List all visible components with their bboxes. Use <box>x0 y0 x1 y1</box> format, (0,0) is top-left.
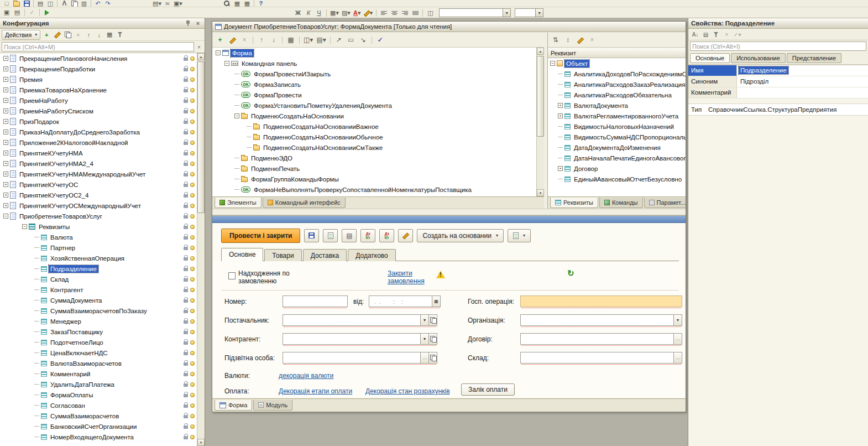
add-icon[interactable]: + <box>215 34 226 45</box>
warehouse-field[interactable]: … <box>520 352 682 364</box>
form-tree-item[interactable]: ФормаНеВыполнятьПроверкуСопоставленнойНо… <box>212 184 536 195</box>
attr-tree-item[interactable]: −Объект <box>548 58 686 69</box>
categories-icon[interactable]: ▤ <box>701 30 710 39</box>
post-document-icon[interactable] <box>323 229 338 242</box>
collapse-icon[interactable]: − <box>22 224 27 229</box>
zoom-combobox[interactable]: ▾ <box>515 8 543 17</box>
cfg-tree-item[interactable]: +ПрекращениеПлановогоНачисления <box>0 53 197 64</box>
fill-dd-icon[interactable]: ▨▾ <box>341 8 352 18</box>
reorder-icon[interactable]: ⇅ <box>550 34 561 45</box>
expand-icon[interactable]: + <box>3 129 8 134</box>
form-tree-scrollbar[interactable]: ▲ ▼ <box>536 48 544 196</box>
expand-icon[interactable]: + <box>3 172 8 177</box>
properties-tab-3[interactable]: Представление <box>787 53 841 63</box>
delete-icon[interactable]: × <box>239 34 250 45</box>
delete-icon[interactable]: × <box>587 34 598 45</box>
dropdown-icon[interactable]: ▾ <box>420 315 428 325</box>
filter-icon[interactable] <box>712 30 721 39</box>
expand-icon[interactable]: + <box>3 193 8 198</box>
screen-dd-icon[interactable]: ◫▾ <box>302 34 314 45</box>
expand-icon[interactable]: + <box>3 77 8 82</box>
table-icon[interactable]: ▦ <box>242 0 252 7</box>
reports-dropdown-button[interactable]: ▾ <box>508 229 531 242</box>
form-tree-item[interactable]: ФормаГруппаКомандыФормы <box>212 174 536 184</box>
attr-tree-item[interactable]: ЕдиныйАвансовыйОтчетБезусловно <box>548 174 686 184</box>
borders-dd-icon[interactable]: ▦▾ <box>329 8 340 18</box>
collapse-icon[interactable]: − <box>550 61 555 66</box>
horizontal-splitter[interactable] <box>212 209 686 215</box>
ellipsis-icon[interactable]: … <box>673 334 682 344</box>
document-tab-2[interactable]: Модуль <box>253 400 292 411</box>
preview-tab-4[interactable]: Додатково <box>348 249 396 261</box>
delete-icon[interactable]: × <box>722 30 731 39</box>
pin-icon[interactable] <box>184 20 192 26</box>
cfg-tree-item[interactable]: Подразделение <box>0 263 197 274</box>
move-up-icon[interactable]: ↑ <box>83 30 93 39</box>
merge-icon[interactable]: ◫ <box>425 8 435 18</box>
document-tab-1[interactable]: Форма <box>215 400 252 411</box>
open-icon[interactable] <box>428 334 437 344</box>
italic-button[interactable]: К <box>304 8 313 18</box>
cfg-tree-item[interactable]: +ПринятиеКУчетуНМА2_4 <box>0 158 197 169</box>
form-tree-item[interactable]: ПодменюПечать <box>212 163 536 174</box>
sort-az-icon[interactable]: А↓ <box>691 30 700 39</box>
chevron-down-icon[interactable]: ▾ <box>535 9 543 17</box>
property-row[interactable]: Комментарий <box>688 87 868 98</box>
debit-credit-alt-icon[interactable]: ДтКт <box>379 229 394 242</box>
cfg-tree-item[interactable]: БанковскийСчетОрганизации <box>0 421 197 432</box>
cfg-tree-item[interactable]: +ПриемкаТоваровНаХранение <box>0 85 197 95</box>
cfg-tree-item[interactable]: ЦенаВключаетНДС <box>0 348 197 358</box>
close-icon[interactable]: × <box>194 20 202 27</box>
list-dd-icon[interactable]: ▤▾ <box>151 0 163 7</box>
attr-tree-item[interactable]: +Договор <box>548 163 686 174</box>
underline-button[interactable]: Ч <box>314 8 324 18</box>
expand-icon[interactable]: + <box>3 140 8 145</box>
preview-icon[interactable]: ◫ <box>45 0 55 7</box>
calc-icon[interactable]: ▦ <box>232 0 242 7</box>
cfg-tree-item[interactable]: Согласован <box>0 400 197 411</box>
form-tree-item[interactable]: −Форма <box>212 48 536 58</box>
operation-field[interactable] <box>520 295 682 307</box>
add-icon[interactable]: + <box>41 30 51 39</box>
edit-icon[interactable] <box>52 30 62 39</box>
attr-tree-item[interactable]: АналитикаРасходовОбязательна <box>548 90 686 100</box>
align-center-icon[interactable] <box>389 8 399 18</box>
save-icon[interactable] <box>22 0 32 7</box>
scroll-down-icon[interactable]: ▼ <box>537 189 544 196</box>
dialog-icon[interactable]: ▭ <box>346 34 357 45</box>
form-tree-item[interactable]: −Командная панель <box>212 58 536 69</box>
align-left-icon[interactable] <box>379 8 389 18</box>
filter-icon[interactable] <box>115 30 125 39</box>
expand-icon[interactable]: + <box>3 182 8 187</box>
redo-icon[interactable]: ↷ <box>103 0 113 7</box>
expand-icon[interactable]: + <box>3 161 8 166</box>
run-icon[interactable] <box>42 8 52 17</box>
edit-pencil-icon[interactable] <box>398 229 413 242</box>
expand-icon[interactable]: + <box>558 103 563 108</box>
form-tree-item[interactable]: ФормаПровести <box>212 90 536 100</box>
contract-field[interactable]: … <box>520 333 682 345</box>
cfg-tree-item[interactable]: −ПриобретениеТоваровУслуг <box>0 211 197 221</box>
attr-tree-item[interactable]: ДатаНачалаПечатиЕдиногоАвансового... <box>548 153 686 163</box>
cfg-tree-item[interactable]: Валюта <box>0 232 197 242</box>
attr-tree-item[interactable]: ДатаДокументаДоИзменения <box>548 142 686 153</box>
cfg-tree-item[interactable]: СуммаДокумента <box>0 295 197 305</box>
cfg-tree-item[interactable]: Склад <box>0 274 197 284</box>
cfg-tree-item[interactable]: НомерВходящегоДокумента <box>0 432 197 442</box>
close-order-link[interactable]: Закрити замовлення <box>388 269 434 285</box>
cfg-tree-item[interactable]: ЗаказПоставщику <box>0 326 197 337</box>
delete-icon[interactable]: × <box>73 30 83 39</box>
cfg-tree-item[interactable]: +ПриемНаРаботу <box>0 95 197 106</box>
scrollbar-track[interactable] <box>537 55 544 189</box>
new-icon[interactable]: □ <box>2 0 12 7</box>
properties-tab-2[interactable]: Использование <box>731 53 786 63</box>
expand-icon[interactable]: + <box>3 98 8 103</box>
config-search-input[interactable] <box>2 42 194 51</box>
help-icon[interactable]: ? <box>256 0 266 7</box>
move-up-icon[interactable]: ↑ <box>256 34 267 45</box>
cfg-tree-item[interactable]: +ПринятиеКУчетуОСМеждународныйУчет <box>0 200 197 211</box>
open-icon[interactable] <box>428 315 437 325</box>
align-justify-icon[interactable] <box>410 8 420 18</box>
date-field[interactable]: . . : :▦ <box>369 295 441 307</box>
cfg-tree-item[interactable]: СуммаВзаиморасчетов <box>0 411 197 421</box>
